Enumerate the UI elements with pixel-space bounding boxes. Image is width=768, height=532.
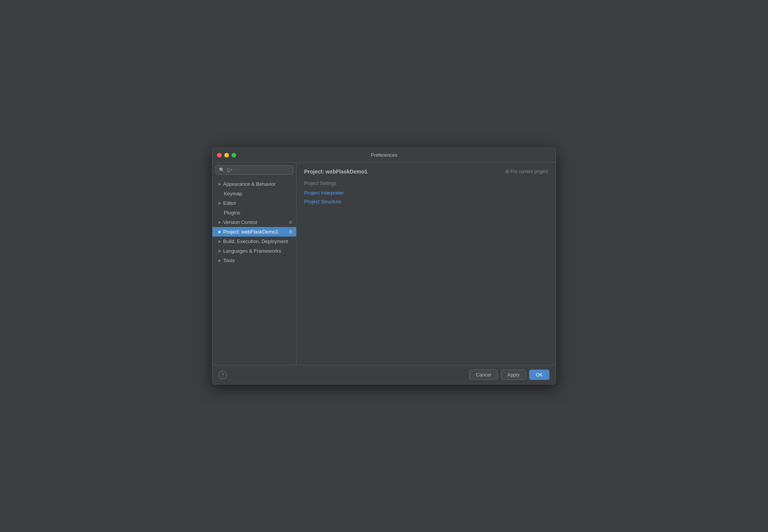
footer-buttons: Cancel Apply OK <box>469 370 549 380</box>
main-content: 🔍 Appearance & Behavior Keymap Editor <box>212 162 556 365</box>
arrow-icon <box>219 230 221 234</box>
sidebar-item-build[interactable]: Build, Execution, Deployment <box>212 237 296 246</box>
copy-icon: ⊞ <box>288 229 293 235</box>
titlebar: Preferences <box>212 148 556 162</box>
search-box[interactable]: 🔍 <box>215 165 293 175</box>
window-title: Preferences <box>371 152 397 158</box>
panel-header: Project: webFlaskDemo1 ⊞ For current pro… <box>304 169 548 175</box>
ok-button[interactable]: OK <box>529 370 549 380</box>
arrow-icon <box>219 183 221 186</box>
sidebar: 🔍 Appearance & Behavior Keymap Editor <box>212 162 297 365</box>
copy-icon: ⊞ <box>288 220 293 225</box>
sidebar-item-appearance[interactable]: Appearance & Behavior <box>212 179 296 189</box>
sidebar-item-label: Editor <box>223 200 236 206</box>
arrow-icon <box>219 221 221 224</box>
search-icon: 🔍 <box>219 167 225 173</box>
for-current-project-label: For current project <box>510 169 548 174</box>
search-input[interactable] <box>227 167 290 173</box>
for-current-project: ⊞ For current project <box>505 169 548 174</box>
project-interpreter-link[interactable]: Project Interpreter <box>304 189 548 196</box>
footer: ? Cancel Apply OK <box>212 365 556 384</box>
sidebar-item-languages[interactable]: Languages & Frameworks <box>212 246 296 256</box>
arrow-icon <box>219 240 221 243</box>
minimize-button[interactable] <box>224 153 229 157</box>
sidebar-item-keymap[interactable]: Keymap <box>212 189 296 198</box>
sidebar-item-editor[interactable]: Editor <box>212 198 296 208</box>
project-structure-link[interactable]: Project Structure <box>304 198 548 205</box>
panel-title: Project: webFlaskDemo1 <box>304 169 368 175</box>
cancel-button[interactable]: Cancel <box>469 370 497 380</box>
traffic-lights <box>217 153 236 157</box>
settings-section-label: Project Settings <box>304 181 548 186</box>
preferences-window: Preferences 🔍 Appearance & Behavior Keym… <box>212 148 556 384</box>
nav-list: Appearance & Behavior Keymap Editor Plug… <box>212 178 296 267</box>
apply-button[interactable]: Apply <box>501 370 527 380</box>
sidebar-item-tools[interactable]: Tools <box>212 256 296 265</box>
arrow-icon <box>219 250 221 253</box>
sidebar-item-label: Project: webFlaskDemo1 <box>223 229 279 235</box>
sidebar-item-label: Keymap <box>224 191 242 196</box>
sidebar-item-version-control[interactable]: Version Control ⊞ <box>212 217 296 227</box>
settings-links: Project Interpreter Project Structure <box>304 189 548 205</box>
arrow-icon <box>219 202 221 205</box>
maximize-button[interactable] <box>232 153 236 157</box>
project-icon: ⊞ <box>505 169 509 174</box>
sidebar-item-label: Build, Execution, Deployment <box>223 238 288 244</box>
sidebar-item-label: Plugins <box>224 210 240 216</box>
arrow-icon <box>219 259 221 262</box>
main-panel: Project: webFlaskDemo1 ⊞ For current pro… <box>297 162 556 365</box>
close-button[interactable] <box>217 153 222 157</box>
sidebar-item-label: Tools <box>223 258 235 263</box>
sidebar-item-project[interactable]: Project: webFlaskDemo1 ⊞ <box>212 227 296 237</box>
sidebar-item-label: Appearance & Behavior <box>223 181 275 187</box>
sidebar-item-label: Languages & Frameworks <box>223 248 281 254</box>
sidebar-item-plugins[interactable]: Plugins <box>212 208 296 217</box>
sidebar-item-label: Version Control <box>223 219 257 225</box>
help-button[interactable]: ? <box>219 371 227 379</box>
footer-left: ? <box>219 371 227 379</box>
